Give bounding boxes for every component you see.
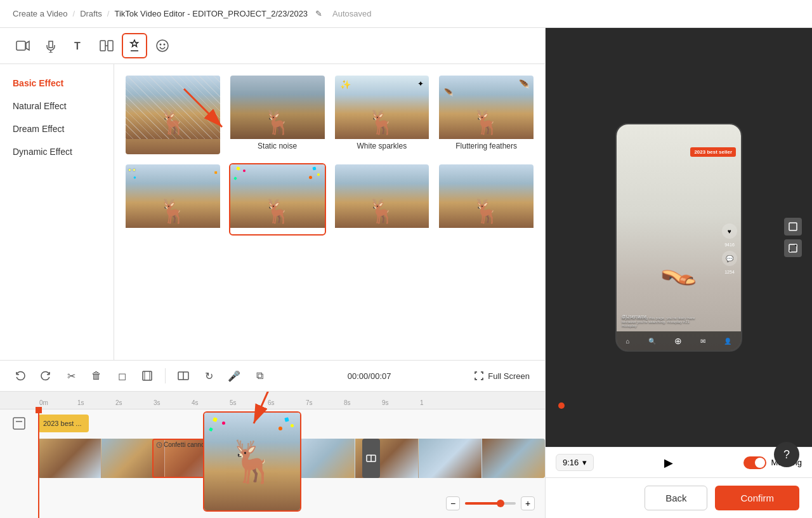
edit-title-icon[interactable]: ✎: [315, 9, 322, 18]
time-display: 00:00/00:07: [348, 371, 391, 381]
resize-handles: [784, 218, 802, 257]
sidebar-item-natural-effect[interactable]: Natural Effect: [0, 95, 114, 117]
fullscreen-button[interactable]: Full Screen: [469, 368, 535, 383]
split-button[interactable]: [173, 366, 193, 386]
left-panel: T Basic Effect Natural Effect Dream Effe…: [0, 28, 546, 518]
crop-handle[interactable]: [784, 218, 802, 236]
effect-confetti1-name: [126, 228, 220, 234]
overlay-badge: 2023 best seller: [690, 147, 736, 157]
undo-button[interactable]: [10, 366, 30, 386]
zoom-controls: − +: [446, 496, 535, 510]
svg-rect-6: [108, 41, 113, 51]
ratio-value: 9:16: [563, 458, 579, 467]
autosaved-status: Autosaved: [332, 9, 371, 18]
ruler-8s: 8s: [343, 399, 381, 406]
text-track-label: [5, 417, 33, 430]
phone-nav-home: ⌂: [626, 338, 630, 345]
play-icon: ▶: [664, 456, 673, 469]
ruler-7s: 7s: [304, 399, 343, 406]
breadcrumb-sep-2: /: [107, 9, 110, 18]
timeline-ruler: 0m 1s 2s 3s 4s 5s 6s 7s 8s 9s 1: [0, 392, 545, 409]
rotate-button[interactable]: ↻: [199, 366, 219, 386]
breadcrumb-create[interactable]: Create a Video: [13, 9, 68, 18]
effect-preview-inner: 🦌: [204, 413, 300, 510]
main-layout: T Basic Effect Natural Effect Dream Effe…: [0, 28, 812, 518]
tool-video[interactable]: [10, 33, 36, 58]
mic-button[interactable]: 🎤: [224, 366, 244, 386]
effect-shimmer-lights[interactable]: 🦌 Shimmer lights: [124, 74, 221, 156]
preview-area: 👡 2023 best seller @Username If you're v…: [546, 28, 812, 447]
effect-confetti-2[interactable]: 🦌: [229, 163, 326, 236]
masking-bar: 9:16 ▾ ▶ Masking: [546, 447, 812, 477]
svg-rect-18: [13, 418, 25, 429]
sidebar-item-dynamic-effect[interactable]: Dynamic Effect: [0, 140, 114, 163]
text-clip[interactable]: 2023 best ...: [38, 415, 89, 432]
phone-content: 👡 2023 best seller @Username If you're v…: [617, 124, 741, 350]
ruler-6s: 6s: [266, 399, 304, 406]
tool-effects[interactable]: [122, 33, 147, 58]
edit-toolbar: ✂ 🗑 ◻ ↻ 🎤 ⧉ 00:00/00:07 Full Screen: [0, 360, 545, 391]
masking-toggle[interactable]: [743, 456, 766, 469]
timeline: 0m 1s 2s 3s 4s 5s 6s 7s 8s 9s 1: [0, 391, 545, 518]
zoom-slider-fill: [465, 502, 501, 505]
playhead: [38, 409, 39, 518]
ratio-selector[interactable]: 9:16 ▾: [556, 454, 594, 471]
playback-indicator: [558, 402, 565, 409]
tool-transition[interactable]: [94, 33, 119, 58]
effect-confetti-1[interactable]: ● ● ■ ● 🦌: [124, 163, 221, 236]
tool-audio[interactable]: [38, 33, 63, 58]
tool-sticker[interactable]: [150, 33, 175, 58]
effect-row2-4[interactable]: 🦌: [438, 163, 535, 236]
phone-like-count: 9416: [722, 242, 737, 247]
zoom-out-button[interactable]: −: [446, 496, 460, 510]
svg-rect-28: [789, 223, 797, 230]
svg-marker-1: [26, 41, 29, 50]
erase-button[interactable]: ◻: [112, 366, 132, 386]
phone-comment-count: 1254: [722, 270, 737, 274]
effect-static-name: Static noise: [230, 139, 325, 154]
back-button[interactable]: Back: [645, 486, 707, 510]
effect-sparkles-name: White sparkles: [335, 139, 429, 154]
ruler-10s: 1: [419, 399, 457, 406]
effect-white-sparkles[interactable]: ✨ ✦ 🦌 White sparkles: [334, 74, 431, 156]
crop-button[interactable]: [137, 366, 157, 386]
phone-like-icon: ♥: [722, 223, 737, 239]
effect-grid-container: 🦌 Shimmer lights 🦌 Static noise: [114, 64, 545, 360]
sidebar-item-dream-effect[interactable]: Dream Effect: [0, 117, 114, 140]
copy-button[interactable]: ⧉: [249, 366, 270, 386]
breadcrumb-sep-1: /: [73, 9, 75, 18]
svg-rect-13: [143, 371, 152, 380]
delete-button[interactable]: 🗑: [86, 366, 107, 386]
help-button[interactable]: ?: [774, 442, 799, 467]
resize-handle[interactable]: [784, 239, 802, 257]
toolbar-divider: [165, 368, 166, 383]
phone-caption: If you're visiting this page, you're lik…: [622, 316, 698, 328]
svg-line-24: [159, 445, 160, 446]
breadcrumb-drafts[interactable]: Drafts: [80, 9, 102, 18]
phone-mockup: 👡 2023 best seller @Username If you're v…: [615, 123, 742, 352]
effect-static-noise[interactable]: 🦌 Static noise: [229, 74, 326, 156]
ruler-2s: 2s: [114, 399, 152, 406]
phone-nav-inbox: ✉: [700, 338, 705, 345]
play-button[interactable]: ▶: [664, 456, 673, 470]
phone-nav-search: 🔍: [648, 338, 656, 345]
total-time: 00:07: [370, 371, 391, 381]
zoom-in-button[interactable]: +: [521, 496, 535, 510]
effect-fluttering-feathers[interactable]: 🪶 🪶 🦌 Fluttering feathers: [438, 74, 535, 156]
toggle-knob: [755, 458, 765, 468]
phone-comment-icon: 💬: [722, 251, 737, 266]
header: Create a Video / Drafts / TikTok Video E…: [0, 0, 812, 28]
redo-button[interactable]: [36, 366, 56, 386]
tool-text[interactable]: T: [66, 33, 91, 58]
project-title: TikTok Video Editor - EDITOR_PROJECT_2/2…: [114, 9, 308, 18]
zoom-slider-track[interactable]: [465, 502, 516, 505]
svg-rect-5: [100, 41, 105, 51]
effect-row2-3[interactable]: 🦌: [334, 163, 431, 236]
zoom-slider-thumb[interactable]: [497, 500, 504, 507]
cut-button[interactable]: ✂: [61, 366, 81, 386]
sidebar-item-basic-effect[interactable]: Basic Effect: [0, 72, 114, 95]
confirm-button[interactable]: Confirm: [715, 486, 799, 510]
slippers-emoji: 👡: [660, 251, 698, 287]
effect-feathers-name: Fluttering feathers: [439, 139, 534, 154]
svg-point-9: [157, 40, 168, 51]
